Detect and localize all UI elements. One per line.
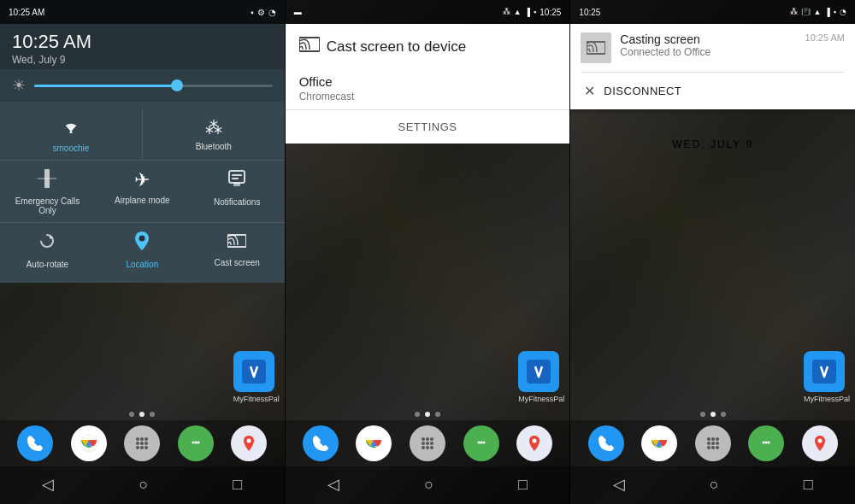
dot-3-2 — [711, 412, 716, 417]
tile-castscreen[interactable]: Cast screen — [190, 223, 285, 276]
recent-button-1[interactable]: □ — [219, 472, 256, 497]
svg-point-21 — [144, 446, 148, 449]
dot-2-2 — [425, 412, 430, 417]
svg-point-43 — [480, 442, 482, 444]
wifi-icon-2: ▲ — [514, 8, 522, 16]
recent-button-3[interactable]: □ — [790, 472, 827, 497]
shade-date: Wed, July 9 — [12, 54, 273, 66]
tile-location[interactable]: Location — [95, 223, 190, 276]
tile-bluetooth[interactable]: ⁂ Bluetooth — [143, 108, 285, 160]
cast-overlay: Cast screen to device Office Chromecast … — [286, 24, 570, 144]
app-hangouts-1[interactable] — [178, 425, 214, 461]
back-button-1[interactable]: ◁ — [28, 472, 68, 497]
panel-casting-notification: 10:25 ⁂ 📳 ▲ ▐ ▪ ◔ WED, JULY 9 — [570, 0, 855, 504]
status-bar-right-2: ⁂ ▲ ▐ ▪ 10:25 — [503, 8, 562, 17]
svg-point-33 — [426, 437, 429, 441]
myfitness-icon-3[interactable]: MyFitnessPal — [804, 351, 850, 403]
brightness-track[interactable] — [34, 85, 273, 87]
app-apps-3[interactable] — [695, 425, 731, 461]
cast-device-type: Chromecast — [299, 91, 557, 103]
svg-point-42 — [477, 442, 480, 444]
rotate-icon — [38, 231, 56, 255]
bottom-area-3: ◁ ○ □ — [570, 408, 855, 504]
cast-header: Cast screen to device — [286, 24, 570, 66]
app-chrome-3[interactable] — [641, 425, 677, 461]
app-phone-2[interactable] — [303, 425, 339, 461]
svg-point-54 — [707, 442, 711, 445]
back-button-2[interactable]: ◁ — [314, 472, 353, 497]
brightness-row[interactable]: ☀ — [0, 69, 285, 102]
dot-2-1 — [415, 412, 420, 417]
status-bar-3: 10:25 ⁂ 📳 ▲ ▐ ▪ ◔ — [570, 0, 855, 24]
quick-tile-row-3: Auto-rotate Location — [0, 223, 285, 276]
myfitness-label-2: MyFitnessPal — [518, 395, 564, 403]
svg-point-32 — [422, 437, 425, 441]
dot-2 — [139, 412, 144, 417]
app-hangouts-3[interactable] — [748, 425, 784, 461]
wifi-icon-3: ▲ — [814, 8, 822, 16]
svg-rect-48 — [812, 360, 836, 384]
svg-point-55 — [711, 442, 715, 445]
app-maps-1[interactable] — [231, 425, 267, 461]
bottom-area-1: ◁ ○ □ — [0, 408, 285, 504]
home-button-2[interactable]: ○ — [410, 472, 447, 497]
tile-wifi[interactable]: smoochie — [0, 108, 142, 160]
tile-wifi-label: smoochie — [53, 144, 90, 153]
brightness-fill — [34, 85, 177, 87]
wallpaper-date-area-3: WED, JULY 9 — [672, 137, 753, 150]
recent-button-2[interactable]: □ — [504, 472, 541, 497]
nav-bar-3: ◁ ○ □ — [570, 466, 855, 504]
vibrate-icon-3: 📳 — [801, 8, 811, 16]
quick-tile-row-2: Emergency Calls Only ✈ Airplane mode — [0, 161, 285, 222]
svg-point-62 — [765, 442, 768, 444]
notif-time: 10:25 AM — [805, 32, 845, 43]
tile-emergency[interactable]: Emergency Calls Only — [0, 161, 95, 222]
panel-cast-screen: ▬ ⁂ ▲ ▐ ▪ 10:25 10:25 WED, JULY 9 Cast s — [286, 0, 570, 504]
brightness-icon: ☀ — [12, 76, 26, 95]
app-phone-3[interactable] — [588, 425, 624, 461]
cast-settings-button[interactable]: SETTINGS — [286, 110, 570, 144]
svg-rect-6 — [233, 183, 240, 186]
svg-rect-10 — [242, 360, 266, 384]
app-chrome-1[interactable] — [71, 425, 107, 461]
svg-point-17 — [140, 442, 144, 445]
svg-point-37 — [430, 442, 433, 445]
app-apps-1[interactable] — [124, 425, 160, 461]
tile-airplane[interactable]: ✈ Airplane mode — [95, 161, 190, 222]
battery-icon-3: ▪ — [834, 8, 836, 16]
tile-autorotate[interactable]: Auto-rotate — [0, 223, 95, 276]
dock-3 — [570, 420, 855, 466]
time-3: 10:25 — [579, 8, 600, 17]
app-maps-2[interactable] — [516, 425, 552, 461]
notif-action-disconnect[interactable]: ✕ DISCONNECT — [570, 73, 855, 109]
myfitness-icon-1[interactable]: MyFitnessPal — [233, 351, 280, 403]
svg-point-65 — [817, 439, 822, 443]
svg-point-18 — [144, 442, 148, 445]
time-1: 10:25 AM — [9, 8, 44, 17]
app-apps-2[interactable] — [410, 425, 445, 461]
back-button-3[interactable]: ◁ — [599, 472, 639, 497]
app-maps-3[interactable] — [802, 425, 838, 461]
myfitness-icon-2[interactable]: MyFitnessPal — [518, 351, 564, 403]
home-button-1[interactable]: ○ — [125, 472, 162, 497]
notif-content: Casting screen Connected to Office — [620, 32, 796, 58]
tile-cast-label: Cast screen — [215, 258, 260, 267]
nav-bar-2: ◁ ○ □ — [286, 466, 570, 504]
app-phone-1[interactable] — [17, 425, 53, 461]
battery-icon-1: ▪ — [251, 8, 254, 17]
status-bar-left-2: ▬ — [294, 8, 302, 16]
svg-point-56 — [716, 442, 719, 445]
cast-device-row[interactable]: Office Chromecast — [286, 66, 570, 110]
dot-1 — [129, 412, 134, 417]
svg-point-35 — [422, 442, 425, 445]
app-chrome-2[interactable] — [356, 425, 392, 461]
tile-notifications[interactable]: Notifications — [190, 161, 285, 222]
svg-point-59 — [716, 446, 719, 449]
svg-point-36 — [426, 442, 429, 445]
svg-point-63 — [768, 442, 770, 444]
bt-icon-2: ⁂ — [503, 8, 510, 16]
app-hangouts-2[interactable] — [463, 425, 499, 461]
status-bar-right-3: ⁂ 📳 ▲ ▐ ▪ ◔ — [790, 8, 847, 16]
notif-subtitle: Connected to Office — [620, 46, 796, 58]
home-button-3[interactable]: ○ — [696, 472, 733, 497]
